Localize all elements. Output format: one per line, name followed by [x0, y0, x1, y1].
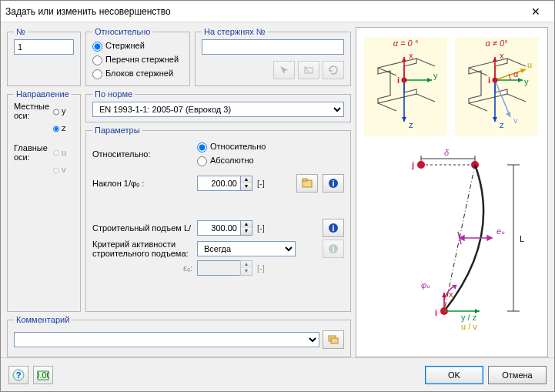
arrow-down-icon: ▼ — [241, 268, 252, 275]
fieldset-parameters: Параметры Относительно: Относительно — [85, 126, 351, 312]
slope-input[interactable] — [197, 176, 240, 191]
help-icon[interactable]: ? — [8, 366, 28, 384]
svg-text:x: x — [500, 51, 504, 60]
diagram-svg: α = 0 ° i x y z — [359, 34, 544, 342]
comment-library-icon[interactable] — [323, 330, 344, 349]
label-y: y — [62, 106, 74, 116]
pick-member-icon[interactable] — [273, 61, 295, 79]
info-icon[interactable]: i — [323, 174, 344, 193]
legend-direction: Направление — [14, 89, 72, 99]
svg-text:z: z — [500, 120, 504, 129]
radio-v — [53, 166, 59, 176]
radio-blocks[interactable] — [92, 69, 102, 79]
svg-text:i: i — [435, 308, 437, 317]
local-axes-label: Местные оси: — [14, 102, 49, 120]
radio-u — [53, 148, 59, 158]
svg-text:u / v: u / v — [461, 322, 477, 331]
apply-icon[interactable] — [323, 61, 344, 79]
svg-text:α ≠ 0°: α ≠ 0° — [486, 39, 509, 48]
radio-z[interactable] — [53, 124, 59, 134]
legend-on-members: На стержнях № — [202, 27, 268, 36]
label-members: Стержней — [105, 41, 145, 50]
radio-absolute[interactable] — [197, 156, 207, 166]
label-opt-relative: Относительно — [210, 142, 266, 151]
info-icon[interactable]: i — [323, 240, 344, 258]
label-sets: Перечня стержней — [105, 55, 179, 64]
comment-select[interactable] — [14, 332, 319, 347]
label-u: u — [62, 148, 74, 157]
legend-parameters: Параметры — [92, 126, 142, 135]
camber-input[interactable] — [197, 220, 240, 236]
number-input[interactable] — [14, 39, 74, 55]
members-input[interactable] — [202, 39, 344, 55]
svg-point-16 — [402, 78, 407, 83]
legend-relative: Относительно — [92, 27, 152, 36]
svg-text:i: i — [332, 179, 334, 188]
legend-number: № — [14, 27, 28, 36]
svg-point-38 — [417, 161, 425, 169]
svg-text:α = 0 °: α = 0 ° — [393, 39, 419, 48]
standard-select[interactable]: EN 1993-1-1: 2005-07 (Еврокод 3) — [92, 102, 344, 117]
eps-unit: [-] — [257, 263, 271, 273]
dialog-window: Задать или изменить несовершенство ✕ № О… — [0, 0, 555, 392]
label-v: v — [62, 165, 74, 174]
svg-text:i: i — [332, 223, 334, 233]
svg-text:x: x — [409, 51, 413, 60]
svg-text:?: ? — [16, 370, 22, 380]
svg-text:v: v — [513, 116, 518, 125]
svg-text:φₒ: φₒ — [421, 280, 430, 290]
footer: ? 0.00 OK Отмена — [1, 357, 554, 391]
diagram-panel: α = 0 ° i x y z — [356, 27, 548, 357]
label-z: z — [62, 123, 74, 132]
global-axes-label: Главные оси: — [14, 143, 49, 162]
label-opt-absolute: Абсолютно — [210, 156, 254, 165]
radio-y[interactable] — [53, 107, 59, 117]
library-icon[interactable] — [296, 174, 318, 193]
eps-spinner: ▲▼ — [197, 260, 252, 276]
svg-text:α: α — [513, 69, 519, 79]
info-icon[interactable]: i — [323, 219, 344, 237]
arrow-up-icon[interactable]: ▲ — [241, 221, 252, 228]
radio-sets[interactable] — [92, 55, 102, 65]
radio-members[interactable] — [92, 42, 102, 52]
label-blocks: Блоков стержней — [105, 69, 173, 78]
titlebar: Задать или изменить несовершенство ✕ — [1, 1, 554, 22]
ok-button[interactable]: OK — [425, 366, 483, 384]
svg-text:0.00: 0.00 — [37, 370, 49, 380]
fieldset-standard: По норме EN 1993-1-1: 2005-07 (Еврокод 3… — [85, 89, 351, 122]
fieldset-number: № — [7, 27, 81, 86]
arrow-up-icon[interactable]: ▲ — [241, 176, 252, 183]
svg-text:x: x — [449, 290, 453, 299]
svg-text:y / z: y / z — [461, 313, 477, 322]
svg-rect-11 — [364, 37, 447, 136]
svg-rect-2 — [303, 179, 307, 181]
camber-spinner[interactable]: ▲▼ — [197, 220, 252, 236]
slope-unit: [-] — [257, 179, 271, 188]
camber-label: Строительный подъем L/ — [92, 223, 192, 233]
svg-text:i: i — [397, 75, 400, 85]
svg-rect-21 — [455, 37, 538, 136]
pick-set-icon[interactable] — [298, 61, 319, 79]
radio-relative[interactable] — [197, 142, 207, 152]
legend-comment: Комментарий — [14, 315, 72, 324]
svg-point-28 — [493, 78, 498, 83]
fieldset-direction: Направление Местные оси: y z Главные оси… — [7, 89, 81, 312]
svg-text:eₒ: eₒ — [496, 226, 505, 236]
arrow-down-icon[interactable]: ▼ — [241, 183, 252, 190]
camber-unit: [-] — [257, 223, 271, 233]
cancel-button[interactable]: Отмена — [488, 366, 547, 384]
svg-text:j: j — [411, 160, 414, 169]
svg-text:y: y — [524, 77, 529, 86]
param-relative-label: Относительно: — [92, 149, 192, 159]
criterion-select[interactable]: Всегда — [197, 241, 296, 256]
eps-input — [197, 260, 240, 276]
units-icon[interactable]: 0.00 — [33, 366, 53, 384]
arrow-down-icon[interactable]: ▼ — [241, 228, 252, 235]
svg-text:u: u — [527, 60, 532, 69]
close-button[interactable]: ✕ — [522, 2, 550, 21]
fieldset-comment: Комментарий — [7, 315, 351, 357]
svg-rect-10 — [331, 338, 338, 343]
eps-label: ε₀: — [92, 263, 192, 273]
slope-spinner[interactable]: ▲▼ — [197, 176, 252, 191]
svg-text:δ: δ — [444, 148, 450, 157]
